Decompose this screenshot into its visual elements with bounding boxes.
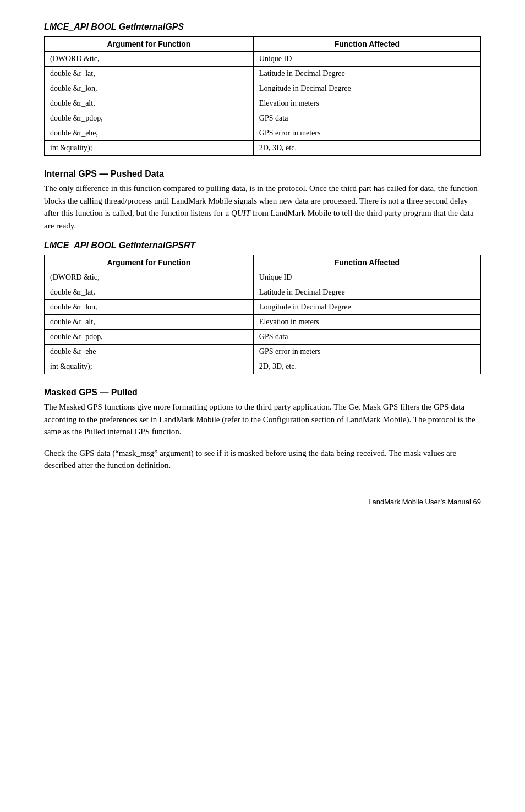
footer-text: LandMark Mobile User’s Manual 69 bbox=[368, 498, 481, 506]
arg-cell: double &r_lat, bbox=[45, 285, 254, 300]
func-cell: 2D, 3D, etc. bbox=[253, 141, 480, 156]
table-row: (DWORD &tic,Unique ID bbox=[45, 52, 481, 67]
table-row: double &r_lon,Longitude in Decimal Degre… bbox=[45, 81, 481, 96]
table-row: double &r_lat,Latitude in Decimal Degree bbox=[45, 285, 481, 300]
masked-gps-section: Masked GPS — Pulled The Masked GPS funct… bbox=[44, 388, 481, 472]
table1-header-row: Argument for Function Function Affected bbox=[45, 37, 481, 52]
table-row: int &quality);2D, 3D, etc. bbox=[45, 359, 481, 374]
masked-gps-heading: Masked GPS — Pulled bbox=[44, 388, 481, 397]
arg-cell: double &r_ehe, bbox=[45, 126, 254, 141]
func-cell: 2D, 3D, etc. bbox=[253, 359, 480, 374]
func-cell: GPS error in meters bbox=[253, 126, 480, 141]
table1-col-func: Function Affected bbox=[253, 37, 480, 52]
table-row: double &r_lon,Longitude in Decimal Degre… bbox=[45, 300, 481, 315]
func-cell: Latitude in Decimal Degree bbox=[253, 67, 480, 81]
table-row: (DWORD &tic,Unique ID bbox=[45, 270, 481, 285]
arg-cell: double &r_ehe bbox=[45, 345, 254, 359]
func-cell: Unique ID bbox=[253, 270, 480, 285]
table-row: double &r_ehe,GPS error in meters bbox=[45, 126, 481, 141]
arg-cell: double &r_lat, bbox=[45, 67, 254, 81]
table2-section: LMCE_API BOOL GetInternalGPSRT Argument … bbox=[44, 241, 481, 374]
table-row: double &r_alt,Elevation in meters bbox=[45, 96, 481, 111]
arg-cell: (DWORD &tic, bbox=[45, 270, 254, 285]
arg-cell: double &r_alt, bbox=[45, 96, 254, 111]
page-footer: LandMark Mobile User’s Manual 69 bbox=[44, 494, 481, 506]
table1-col-arg: Argument for Function bbox=[45, 37, 254, 52]
func-cell: Elevation in meters bbox=[253, 96, 480, 111]
table1: Argument for Function Function Affected … bbox=[44, 36, 481, 156]
arg-cell: int &quality); bbox=[45, 141, 254, 156]
table-row: double &r_pdop,GPS data bbox=[45, 330, 481, 345]
table2-title: LMCE_API BOOL GetInternalGPSRT bbox=[44, 241, 481, 250]
table-row: double &r_pdop,GPS data bbox=[45, 111, 481, 126]
func-cell: GPS data bbox=[253, 111, 480, 126]
table2: Argument for Function Function Affected … bbox=[44, 255, 481, 374]
masked-gps-para2: Check the GPS data (“mask_msg” argument)… bbox=[44, 447, 481, 472]
func-cell: Elevation in meters bbox=[253, 315, 480, 330]
table-row: double &r_eheGPS error in meters bbox=[45, 345, 481, 359]
func-cell: Latitude in Decimal Degree bbox=[253, 285, 480, 300]
func-cell: GPS data bbox=[253, 330, 480, 345]
func-cell: Unique ID bbox=[253, 52, 480, 67]
arg-cell: int &quality); bbox=[45, 359, 254, 374]
pushed-italic: QUIT bbox=[231, 209, 250, 217]
table-row: double &r_lat,Latitude in Decimal Degree bbox=[45, 67, 481, 81]
arg-cell: double &r_pdop, bbox=[45, 111, 254, 126]
func-cell: Longitude in Decimal Degree bbox=[253, 81, 480, 96]
masked-gps-para1: The Masked GPS functions give more forma… bbox=[44, 401, 481, 438]
func-cell: GPS error in meters bbox=[253, 345, 480, 359]
table1-title: LMCE_API BOOL GetInternalGPS bbox=[44, 22, 481, 32]
table2-header-row: Argument for Function Function Affected bbox=[45, 255, 481, 270]
pushed-data-section: Internal GPS — Pushed Data The only diff… bbox=[44, 169, 481, 232]
table-row: double &r_alt,Elevation in meters bbox=[45, 315, 481, 330]
arg-cell: double &r_alt, bbox=[45, 315, 254, 330]
table1-section: LMCE_API BOOL GetInternalGPS Argument fo… bbox=[44, 22, 481, 156]
table2-col-func: Function Affected bbox=[253, 255, 480, 270]
arg-cell: double &r_pdop, bbox=[45, 330, 254, 345]
pushed-data-heading: Internal GPS — Pushed Data bbox=[44, 169, 481, 179]
arg-cell: (DWORD &tic, bbox=[45, 52, 254, 67]
arg-cell: double &r_lon, bbox=[45, 81, 254, 96]
table2-col-arg: Argument for Function bbox=[45, 255, 254, 270]
arg-cell: double &r_lon, bbox=[45, 300, 254, 315]
table-row: int &quality);2D, 3D, etc. bbox=[45, 141, 481, 156]
func-cell: Longitude in Decimal Degree bbox=[253, 300, 480, 315]
pushed-data-text: The only difference in this function com… bbox=[44, 182, 481, 232]
